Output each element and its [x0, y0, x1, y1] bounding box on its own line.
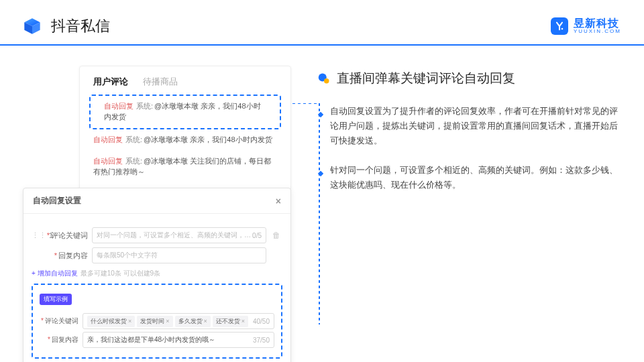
brand-name: 昱新科技	[574, 18, 621, 29]
example-keyword-input[interactable]: 什么时候发货×发货时间×多久发货×还不发货× 40/50	[83, 313, 274, 329]
auto-reply-label: 自动回复	[93, 135, 123, 143]
comment-text: @冰墩墩本墩 亲亲，我们48小时内发货	[144, 135, 272, 143]
svg-point-3	[561, 28, 564, 30]
auto-reply-settings-dialog: 自动回复设置 × ⋮⋮1 评论关键词 对同一个问题，可设置多个相近、高频的关键词…	[23, 188, 291, 362]
svg-point-5	[324, 78, 329, 84]
delete-icon[interactable]: 🗑	[270, 231, 282, 240]
example-kw-counter: 40/50	[253, 318, 270, 325]
system-label: 系统:	[136, 102, 153, 110]
section-title: 直播间弹幕关键词评论自动回复	[337, 70, 515, 87]
example-tag: 填写示例	[40, 294, 72, 305]
cube-icon	[23, 17, 42, 36]
keyword-input[interactable]: 对同一个问题，可设置多个相近、高频的关键词，Tag确定，最多5个 0/5	[92, 227, 266, 243]
tab-user-comments[interactable]: 用户评论	[93, 76, 128, 88]
row-number: ⋮⋮1	[32, 231, 45, 240]
system-label: 系统:	[125, 135, 142, 143]
comment-item-2: 自动回复系统:@冰墩墩本墩 关注我们的店铺，每日都有热门推荐哟～	[80, 151, 290, 183]
example-counter: 37/50	[253, 337, 270, 344]
tab-pending-products[interactable]: 待播商品	[143, 76, 178, 88]
example-content-input[interactable]: 亲，我们这边都是下单48小时内发货的哦～ 37/50	[83, 332, 274, 348]
keyword-tag[interactable]: 多久发货×	[175, 316, 211, 327]
chat-bubble-icon	[318, 72, 330, 84]
comment-item-1: 自动回复系统:@冰墩墩本墩 亲亲，我们48小时内发货	[80, 129, 290, 151]
add-hint: 最多可建10条 可以创建9条	[80, 269, 160, 278]
system-label: 系统:	[125, 157, 142, 165]
example-tags: 什么时候发货×发货时间×多久发货×还不发货×	[87, 316, 250, 327]
keyword-label: 评论关键词	[45, 231, 88, 241]
bullet-1: 自动回复设置为了提升作者的评论回复效率，作者可在开播前针对常见的评论用户问题，提…	[330, 105, 621, 149]
example-box: 填写示例 评论关键词 什么时候发货×发货时间×多久发货×还不发货× 40/50 …	[32, 284, 282, 359]
content-label: 回复内容	[45, 251, 88, 261]
example-content: 亲，我们这边都是下单48小时内发货的哦～	[87, 335, 215, 345]
example-keyword-label: 评论关键词	[40, 316, 78, 326]
content-placeholder: 每条限50个中文字符	[97, 251, 158, 260]
page-title: 抖音私信	[51, 16, 551, 36]
comment-panel: 用户评论 待播商品 自动回复系统:@冰墩墩本墩 亲亲，我们48小时内发货 自动回…	[79, 66, 291, 190]
content-input[interactable]: 每条限50个中文字符	[92, 247, 266, 263]
dialog-title: 自动回复设置	[33, 195, 81, 206]
auto-reply-label: 自动回复	[93, 157, 123, 165]
comment-item-0: 自动回复系统:@冰墩墩本墩 亲亲，我们48小时内发货	[89, 95, 281, 129]
example-content-label: 回复内容	[40, 335, 78, 345]
close-icon[interactable]: ×	[276, 196, 281, 206]
keyword-tag[interactable]: 什么时候发货×	[87, 316, 135, 327]
add-auto-reply-link[interactable]: + 增加自动回复	[32, 269, 78, 278]
brand-sub: YUUXIN.COM	[574, 29, 621, 34]
keyword-tag[interactable]: 还不发货×	[213, 316, 248, 327]
keyword-tag[interactable]: 发货时间×	[137, 316, 172, 327]
auto-reply-label: 自动回复	[104, 102, 133, 110]
bullet-2: 针对同一个问题，可设置多个相近的、高频的关键词。例如：这款多少钱、这块能优惠吗、…	[330, 164, 621, 193]
connector-line	[287, 103, 327, 331]
keyword-counter: 0/5	[252, 232, 262, 239]
keyword-placeholder: 对同一个问题，可设置多个相近、高频的关键词，Tag确定，最多5个	[97, 231, 252, 240]
brand-logo: 昱新科技 YUUXIN.COM	[551, 17, 621, 35]
brand-icon	[551, 17, 568, 35]
